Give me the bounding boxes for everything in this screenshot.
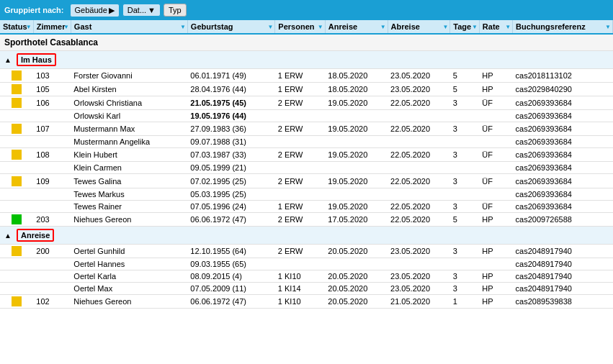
filter-icon-gast[interactable]: ▼ xyxy=(180,24,186,30)
cell-zimmer xyxy=(33,282,71,294)
cell-status xyxy=(0,96,33,110)
cell-anreise: 19.05.2020 xyxy=(325,174,388,188)
cell-abreise: 23.05.2020 xyxy=(388,244,450,258)
cell-personen: 1 KI14 xyxy=(275,282,325,294)
cell-gast: Oertel Hannes xyxy=(71,258,187,270)
col-header-personen[interactable]: Personen ▼ xyxy=(275,20,325,34)
cell-status xyxy=(0,294,33,308)
cell-buchungsref: cas2029840290 xyxy=(513,83,613,96)
group-btn-typ[interactable]: Typ xyxy=(164,4,187,17)
col-header-anreise[interactable]: Anreise ▼ xyxy=(325,20,388,34)
cell-status xyxy=(0,244,33,258)
col-header-status[interactable]: Status ▼ xyxy=(0,20,33,34)
cell-gast: Abel Kirsten xyxy=(71,83,187,96)
cell-status xyxy=(0,188,33,200)
cell-tage: 5 xyxy=(450,83,480,96)
col-header-rate[interactable]: Rate ▼ xyxy=(479,20,512,34)
cell-abreise: 23.05.2020 xyxy=(388,69,450,83)
filter-icon-zimmer[interactable]: ▼ xyxy=(63,24,69,30)
cell-tage: 3 xyxy=(450,148,480,162)
expand-icon-im-haus[interactable]: ▲ xyxy=(4,56,12,64)
cell-gast: Oertel Max xyxy=(71,282,187,294)
table-container: Status ▼ Zimmer ▼ Gast ▼ Geburtstag ▼ Pe… xyxy=(0,20,613,309)
expand-icon-anreise[interactable]: ▲ xyxy=(4,232,12,240)
col-header-geburtstag[interactable]: Geburtstag ▼ xyxy=(187,20,275,34)
cell-status xyxy=(0,162,33,174)
col-header-tage[interactable]: Tage ▼ xyxy=(450,20,480,34)
cell-anreise: 19.05.2020 xyxy=(325,148,388,162)
cell-geburtstag: 05.03.1995 (25) xyxy=(187,188,275,200)
chevron-down-icon: ▼ xyxy=(148,6,156,14)
cell-anreise: 19.05.2020 xyxy=(325,200,388,212)
filter-icon-geburtstag[interactable]: ▼ xyxy=(267,24,273,30)
cell-personen xyxy=(275,110,325,122)
cell-rate: HP xyxy=(479,83,512,96)
cell-gast: Oertel Karla xyxy=(71,270,187,282)
cell-geburtstag: 06.06.1972 (47) xyxy=(187,212,275,226)
cell-tage xyxy=(450,162,480,174)
cell-zimmer xyxy=(33,200,71,212)
cell-rate: HP xyxy=(479,69,512,83)
col-header-buchungsreferenz[interactable]: Buchungsreferenz ▼ xyxy=(513,20,613,34)
group-btn-dat[interactable]: Dat... ▼ xyxy=(122,4,161,17)
cell-tage: 3 xyxy=(450,174,480,188)
cell-personen: 2 ERW xyxy=(275,174,325,188)
cell-zimmer: 200 xyxy=(33,244,71,258)
cell-personen: 2 ERW xyxy=(275,122,325,136)
table-row: 109 Tewes Galina 07.02.1995 (25) 2 ERW 1… xyxy=(0,174,613,188)
filter-icon-abreise[interactable]: ▼ xyxy=(442,24,448,30)
cell-gast: Niehues Gereon xyxy=(71,294,187,308)
col-header-abreise[interactable]: Abreise ▼ xyxy=(388,20,450,34)
cell-anreise: 20.05.2020 xyxy=(325,294,388,308)
filter-icon-rate[interactable]: ▼ xyxy=(505,24,511,30)
cell-buchungsref: cas2069393684 xyxy=(513,122,613,136)
status-square xyxy=(12,214,22,224)
section-label-im-haus[interactable]: ▲ Im Haus xyxy=(0,51,613,69)
cell-tage xyxy=(450,136,480,148)
section-header-anreise[interactable]: ▲ Anreise xyxy=(0,226,613,244)
filter-icon-status[interactable]: ▼ xyxy=(26,24,32,30)
cell-personen: 1 ERW xyxy=(275,200,325,212)
table-row: 106 Orlowski Christiana 21.05.1975 (45) … xyxy=(0,96,613,110)
section-header-im-haus[interactable]: ▲ Im Haus xyxy=(0,51,613,69)
cell-geburtstag: 12.10.1955 (64) xyxy=(187,244,275,258)
hotel-name: Sporthotel Casablanca xyxy=(0,34,613,51)
cell-buchungsref: cas2089539838 xyxy=(513,294,613,308)
toolbar: Gruppiert nach: Gebäude ▶ Dat... ▼ Typ xyxy=(0,0,613,20)
table-row: Orlowski Karl 19.05.1976 (44) cas2069393… xyxy=(0,110,613,122)
cell-gast: Niehues Gereon xyxy=(71,212,187,226)
filter-icon-buchungsreferenz[interactable]: ▼ xyxy=(605,24,611,30)
group-btn-gebaeude-label: Gebäude xyxy=(75,6,107,14)
cell-buchungsref: cas2018113102 xyxy=(513,69,613,83)
section-title-im-haus: Im Haus xyxy=(17,53,56,66)
filter-icon-tage[interactable]: ▼ xyxy=(472,24,478,30)
cell-zimmer: 203 xyxy=(33,212,71,226)
cell-zimmer xyxy=(33,188,71,200)
col-header-zimmer[interactable]: Zimmer ▼ xyxy=(33,20,71,34)
cell-rate xyxy=(479,188,512,200)
cell-anreise xyxy=(325,136,388,148)
cell-status xyxy=(0,122,33,136)
cell-anreise: 20.05.2020 xyxy=(325,270,388,282)
cell-rate: ÜF xyxy=(479,174,512,188)
filter-icon-anreise[interactable]: ▼ xyxy=(380,24,386,30)
toolbar-label: Gruppiert nach: xyxy=(4,6,64,14)
group-btn-gebaeude[interactable]: Gebäude ▶ xyxy=(70,4,120,17)
cell-personen xyxy=(275,188,325,200)
cell-abreise: 22.05.2020 xyxy=(388,212,450,226)
cell-anreise xyxy=(325,258,388,270)
cell-tage: 5 xyxy=(450,69,480,83)
cell-personen: 2 ERW xyxy=(275,212,325,226)
cell-status xyxy=(0,282,33,294)
cell-status xyxy=(0,110,33,122)
cell-rate: HP xyxy=(479,282,512,294)
cell-buchungsref: cas2069393684 xyxy=(513,96,613,110)
cell-buchungsref: cas2069393684 xyxy=(513,110,613,122)
cell-rate xyxy=(479,162,512,174)
table-row: Mustermann Angelika 09.07.1988 (31) cas2… xyxy=(0,136,613,148)
col-header-gast[interactable]: Gast ▼ xyxy=(71,20,187,34)
filter-icon-personen[interactable]: ▼ xyxy=(318,24,323,30)
section-label-anreise[interactable]: ▲ Anreise xyxy=(0,226,613,244)
cell-personen xyxy=(275,136,325,148)
table-row: Tewes Rainer 07.05.1996 (24) 1 ERW 19.05… xyxy=(0,200,613,212)
